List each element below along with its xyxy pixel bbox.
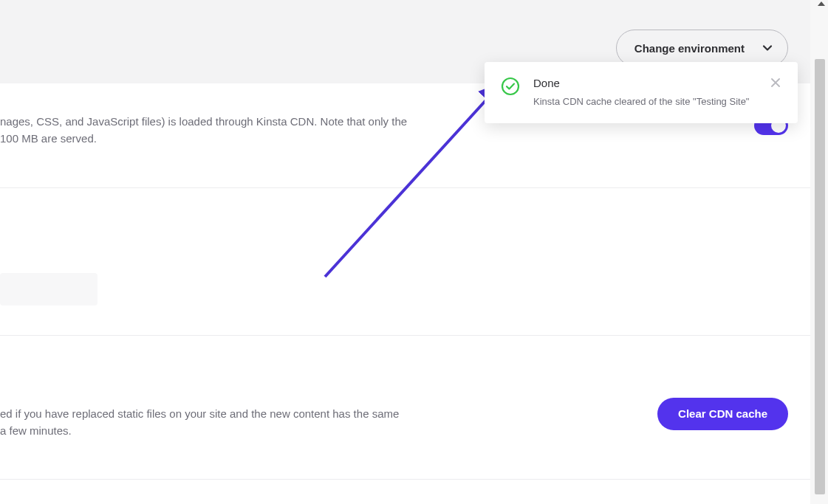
clear-cdn-cache-button[interactable]: Clear CDN cache bbox=[657, 398, 788, 430]
clear-cache-text: ed if you have replaced static files on … bbox=[0, 405, 414, 440]
content-panel: nages, CSS, and JavaScript files) is loa… bbox=[0, 83, 810, 504]
clear-cache-section: ed if you have replaced static files on … bbox=[0, 336, 810, 480]
change-environment-button[interactable]: Change environment bbox=[616, 30, 788, 66]
success-toast: Done Kinsta CDN cache cleared of the sit… bbox=[485, 62, 798, 123]
toast-body: Done Kinsta CDN cache cleared of the sit… bbox=[533, 77, 756, 108]
success-check-icon bbox=[501, 77, 520, 96]
chevron-down-icon bbox=[762, 43, 773, 53]
toast-title: Done bbox=[533, 77, 756, 89]
middle-section bbox=[0, 188, 810, 336]
input-placeholder-box[interactable] bbox=[0, 273, 97, 305]
close-icon[interactable] bbox=[770, 77, 781, 89]
scrollbar-thumb[interactable] bbox=[815, 59, 825, 494]
cdn-intro-text: nages, CSS, and JavaScript files) is loa… bbox=[0, 113, 414, 148]
scrollbar-arrow-up-icon[interactable] bbox=[818, 1, 825, 6]
change-environment-label: Change environment bbox=[634, 42, 745, 55]
toast-message: Kinsta CDN cache cleared of the site "Te… bbox=[533, 95, 756, 108]
svg-point-2 bbox=[502, 78, 519, 94]
scrollbar-track[interactable] bbox=[810, 0, 828, 504]
